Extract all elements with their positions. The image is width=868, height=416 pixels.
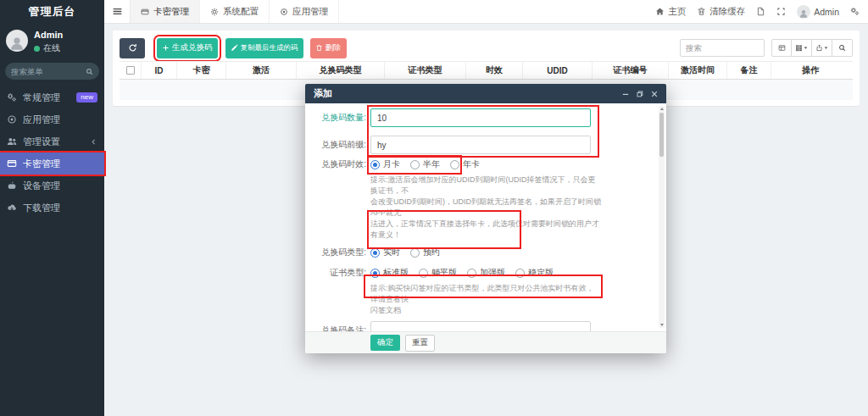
dialog-scrollbar[interactable] [659,106,665,328]
duration-option-halfyear[interactable]: 半年 [410,158,440,170]
remark-label: 兑换码备注: [315,324,366,331]
sidebar-item-apps[interactable]: 应用管理 [0,108,104,130]
header-cell-duration[interactable]: 时效 [465,62,522,79]
toggle-view-button[interactable] [771,39,792,57]
radio-checked-icon [370,248,380,258]
select-all-checkbox[interactable] [126,66,135,75]
card-icon [141,8,149,16]
sidebar-item-label: 卡密管理 [23,158,60,170]
radio-label: 稳定版 [528,267,554,279]
tip-line: 法进入，正常情况下直接选择年卡，此选项仅对需要时间锁的用户才有意义！ [370,219,601,241]
document-icon [756,7,765,16]
code-type-option-reserve[interactable]: 预约 [410,247,440,258]
table-search-input[interactable] [680,39,765,57]
person-icon [798,8,809,19]
quantity-input[interactable] [370,108,591,127]
maximize-button[interactable] [637,91,643,97]
tip-line: 提示:购买快闪签对应的证书类型，此类型只对公共池实时书有效，详情查看快 [370,283,601,305]
minimize-button[interactable] [622,91,629,97]
confirm-button[interactable]: 确定 [370,335,400,351]
cert-option-standard[interactable]: 标准版 [370,267,409,279]
header-cell-remark[interactable]: 备注 [726,62,771,79]
cloud-download-icon [7,202,17,213]
refresh-icon [128,43,137,53]
header-cell-cardkey[interactable]: 卡密 [176,62,225,79]
header-cell-code-type[interactable]: 兑换码类型 [296,62,384,79]
dialog-footer: 确定 重置 [305,331,666,353]
topbar-right: 主页 清除缓存 Admin [655,0,868,23]
cogs-icon [850,7,860,16]
sidebar-item-label: 设备管理 [23,180,60,192]
search-submit-button[interactable] [832,39,853,57]
tab-label: 应用管理 [292,6,328,18]
sidebar-item-label: 常规管理 [23,92,60,104]
home-icon [655,7,665,16]
copy-last-codes-button[interactable]: 复制最后生成的码 [225,38,303,58]
quantity-label: 兑换码数量: [315,112,366,124]
reset-button[interactable]: 重置 [405,335,435,352]
tab-apps[interactable]: 应用管理 [270,0,339,23]
dialog-titlebar[interactable]: 添加 [305,84,666,103]
sidebar-item-settings[interactable]: 管理设置 [0,130,104,153]
sidebar-search[interactable] [5,63,99,80]
header-cell-cert-type[interactable]: 证书类型 [384,62,465,79]
header-cell-actions[interactable]: 操作 [771,62,849,79]
tab-label: 系统配置 [223,6,259,18]
tab-system-config[interactable]: 系统配置 [200,0,270,23]
export-dropdown-button[interactable] [812,39,832,57]
remark-input[interactable] [370,321,591,331]
document-button[interactable] [756,7,765,16]
settings-button[interactable] [850,7,860,16]
sidebar-item-devices[interactable]: 设备管理 [0,175,104,197]
apple-icon [7,180,17,191]
header-cell-udid[interactable]: UDID [522,62,592,79]
sidebar-user-name: Admin [34,30,63,40]
duration-option-month[interactable]: 月卡 [370,158,400,170]
duration-option-year[interactable]: 年卡 [450,158,480,170]
scroll-up-icon [660,108,664,110]
remark-field-row: 兑换码备注: [315,321,656,331]
menu-toggle-button[interactable] [104,0,130,23]
cert-option-tangping[interactable]: 躺平版 [419,267,457,279]
generate-codes-button[interactable]: 生成兑换码 [157,38,218,58]
close-icon [651,91,658,97]
bars-icon [112,6,123,17]
sidebar-search-input[interactable] [11,67,82,76]
cert-option-enhanced[interactable]: 加强版 [467,267,505,279]
scrollbar-thumb[interactable] [659,113,664,157]
minimize-icon [622,91,629,97]
radio-label: 标准版 [383,267,409,279]
header-cell-cert-no[interactable]: 证书编号 [592,62,668,79]
sidebar-item-cardkeys[interactable]: 卡密管理 [0,153,104,175]
close-button[interactable] [651,91,658,97]
caret-down-icon [824,46,828,50]
cert-option-stable[interactable]: 稳定版 [515,267,554,279]
sidebar-item-downloads[interactable]: 下载管理 [0,197,104,219]
radio-label: 加强版 [480,267,505,279]
delete-button[interactable]: 删除 [310,38,347,58]
tab-cardkeys[interactable]: 卡密管理 [130,0,200,23]
radio-icon [467,269,476,278]
columns-dropdown-button[interactable] [792,39,812,57]
home-link[interactable]: 主页 [655,6,686,18]
topbar-user[interactable]: Admin [797,5,839,19]
pencil-icon [231,44,238,52]
page: 管理后台 Admin 在线 常规管理 new [0,0,868,416]
table-header-row: ID 卡密 激活 兑换码类型 证书类型 时效 UDID 证书编号 激活时间 备注… [120,61,853,80]
topbar: 卡密管理 系统配置 应用管理 主页 清除缓存 [104,0,868,24]
clear-cache-link[interactable]: 清除缓存 [697,6,745,18]
code-type-option-realtime[interactable]: 实时 [370,247,400,258]
refresh-button[interactable] [120,38,145,58]
header-cell-activate-time[interactable]: 激活时间 [668,62,726,79]
fullscreen-button[interactable] [776,7,786,16]
cert-type-field-row: 证书类型: 标准版 躺平版 加强版 稳定版 [315,266,656,280]
sidebar-item-general[interactable]: 常规管理 new [0,86,104,108]
tab-label: 卡密管理 [153,6,189,18]
prefix-field-row: 兑换码前缀: [315,136,656,154]
table-search-area [680,39,853,57]
prefix-input[interactable] [370,136,591,154]
cogs-icon [7,92,17,103]
header-cell-activated[interactable]: 激活 [225,62,296,79]
header-cell-id[interactable]: ID [141,62,176,79]
radio-icon [419,269,428,278]
